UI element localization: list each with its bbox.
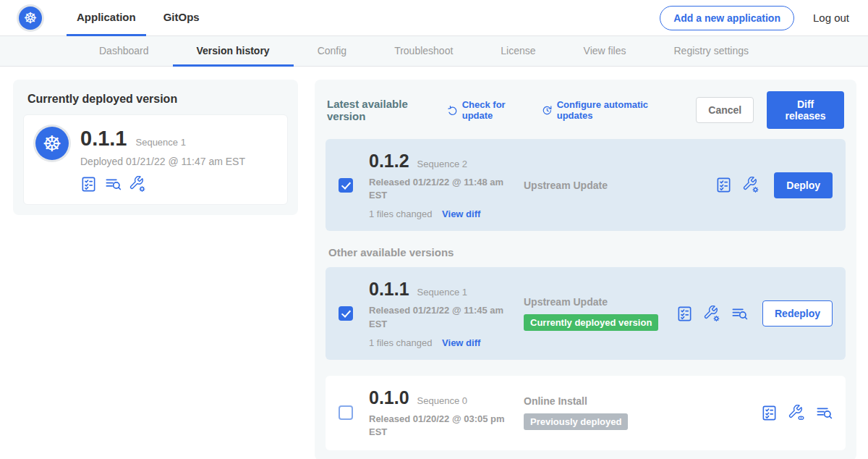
edit-config-icon[interactable] <box>743 177 760 193</box>
kubernetes-wheel-glyph: ☸ <box>24 9 38 27</box>
version-row-0-1-0: 0.1.0 Sequence 0 Released 01/20/22 @ 03:… <box>326 376 846 450</box>
previously-deployed-badge: Previously deployed <box>524 413 628 430</box>
kubernetes-logo-icon: ☸ <box>19 7 42 30</box>
preflight-checklist-icon[interactable] <box>676 306 693 322</box>
version-number: 0.1.1 <box>369 279 409 300</box>
released-timestamp: Released 01/21/22 @ 11:48 am EST <box>369 176 515 202</box>
version-source: Online Install Previously deployed <box>515 395 761 430</box>
version-number: 0.1.0 <box>369 387 409 408</box>
deployed-timestamp: Deployed 01/21/22 @ 11:47 am EST <box>80 156 245 167</box>
version-source: Upstream Update Currently deployed versi… <box>515 296 676 331</box>
kubernetes-wheel-glyph: ☸ <box>43 131 62 156</box>
deployed-version-card: ☸ 0.1.1 Sequence 1 Deployed 01/21/22 @ 1… <box>23 114 288 205</box>
edit-config-icon[interactable] <box>704 306 720 322</box>
version-row-0-1-2: 0.1.2 Sequence 2 Released 01/21/22 @ 11:… <box>326 139 846 231</box>
view-config-icon[interactable] <box>788 405 805 421</box>
view-diff-link[interactable]: View diff <box>442 337 480 348</box>
version-source: Upstream Update <box>515 180 715 191</box>
released-timestamp: Released 01/20/22 @ 03:05 pm EST <box>369 413 515 439</box>
available-versions-header: Latest available version Check for updat… <box>327 91 844 129</box>
version-actions: Deploy <box>715 172 833 198</box>
currently-deployed-title: Currently deployed version <box>23 90 288 106</box>
subnav-view-files[interactable]: View files <box>560 36 650 67</box>
subnav-registry-settings[interactable]: Registry settings <box>650 36 772 67</box>
main-content: Currently deployed version ☸ 0.1.1 Seque… <box>0 67 868 459</box>
diff-releases-button[interactable]: Diff releases <box>767 91 844 129</box>
logs-icon[interactable] <box>731 306 748 322</box>
version-checkbox[interactable] <box>339 405 353 420</box>
tab-application[interactable]: Application <box>67 0 146 36</box>
redeploy-button[interactable]: Redeploy <box>762 300 833 327</box>
sequence-label: Sequence 1 <box>417 287 467 298</box>
latest-available-title: Latest available version <box>327 98 434 122</box>
subnav-troubleshoot[interactable]: Troubleshoot <box>370 36 477 67</box>
subnav-license[interactable]: License <box>477 36 559 67</box>
add-application-button[interactable]: Add a new application <box>660 6 794 30</box>
check-for-update-link[interactable]: Check for update <box>447 99 529 121</box>
currently-deployed-badge: Currently deployed version <box>524 314 658 331</box>
view-diff-link[interactable]: View diff <box>442 209 480 219</box>
deployed-sequence-label: Sequence 1 <box>136 137 186 148</box>
other-available-versions-title: Other available versions <box>328 246 843 258</box>
app-subnav: Dashboard Version history Config Trouble… <box>0 36 868 67</box>
check-for-update-label: Check for update <box>462 99 529 121</box>
cancel-button[interactable]: Cancel <box>696 97 754 123</box>
tab-gitops[interactable]: GitOps <box>153 0 210 36</box>
version-info: 0.1.0 Sequence 0 Released 01/20/22 @ 03:… <box>369 387 515 439</box>
files-changed-label: 1 files changed <box>369 209 432 219</box>
released-timestamp: Released 01/21/22 @ 11:45 am EST <box>369 304 515 330</box>
deploy-button[interactable]: Deploy <box>774 172 833 198</box>
logs-icon[interactable] <box>105 176 122 193</box>
app-logo-icon: ☸ <box>35 127 69 160</box>
version-checkbox[interactable] <box>339 178 353 193</box>
preflight-checklist-icon[interactable] <box>715 177 732 193</box>
files-changed-label: 1 files changed <box>369 337 432 348</box>
version-row-0-1-1: 0.1.1 Sequence 1 Released 01/21/22 @ 11:… <box>326 267 846 359</box>
edit-config-icon[interactable] <box>129 176 146 193</box>
preflight-checklist-icon[interactable] <box>761 405 778 421</box>
configure-automatic-updates-link[interactable]: Configure automatic updates <box>542 99 670 121</box>
version-number: 0.1.2 <box>369 151 409 172</box>
source-label: Online Install <box>524 395 761 407</box>
version-checkbox[interactable] <box>339 306 353 321</box>
subnav-dashboard[interactable]: Dashboard <box>75 36 173 67</box>
auto-update-clock-icon <box>542 104 553 117</box>
top-nav: ☸ Application GitOps Add a new applicati… <box>0 0 868 36</box>
source-label: Upstream Update <box>524 180 715 191</box>
preflight-checklist-icon[interactable] <box>80 176 97 193</box>
version-actions: Redeploy <box>676 300 833 327</box>
logout-button[interactable]: Log out <box>813 12 849 24</box>
available-versions-panel: Latest available version Check for updat… <box>315 80 856 459</box>
version-info: 0.1.2 Sequence 2 Released 01/21/22 @ 11:… <box>369 151 515 219</box>
sequence-label: Sequence 2 <box>417 159 467 169</box>
subnav-config[interactable]: Config <box>294 36 370 67</box>
source-label: Upstream Update <box>524 296 676 308</box>
sequence-label: Sequence 0 <box>417 395 467 406</box>
logs-icon[interactable] <box>816 405 833 421</box>
subnav-version-history[interactable]: Version history <box>173 36 294 67</box>
version-info: 0.1.1 Sequence 1 Released 01/21/22 @ 11:… <box>369 279 515 348</box>
configure-automatic-updates-label: Configure automatic updates <box>557 99 671 121</box>
version-actions <box>761 405 833 421</box>
currently-deployed-panel: Currently deployed version ☸ 0.1.1 Seque… <box>13 80 298 215</box>
refresh-icon <box>447 104 458 117</box>
deployed-version-number: 0.1.1 <box>80 127 127 151</box>
